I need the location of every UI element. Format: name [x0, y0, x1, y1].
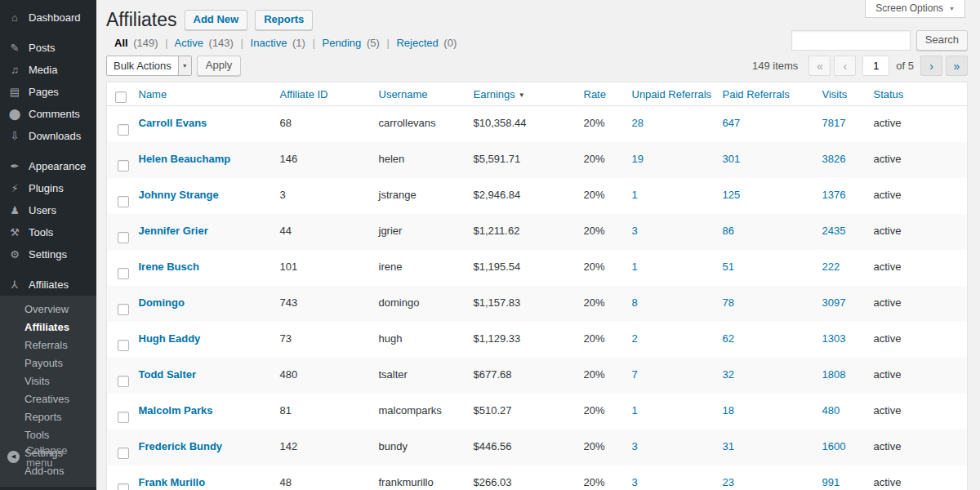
affiliate-name-link[interactable]: Carroll Evans [139, 117, 207, 129]
paid-referrals-link[interactable]: 62 [723, 332, 734, 345]
affiliate-name-link[interactable]: Frank Murillo [139, 476, 206, 488]
row-checkbox[interactable] [118, 448, 129, 459]
sidebar-item[interactable]: ♫ Media [0, 59, 96, 81]
bulk-actions-select[interactable]: Bulk Actions ▼ [106, 56, 192, 76]
column-header-unpaid-link[interactable]: Unpaid Referrals [632, 88, 712, 100]
column-header-username[interactable]: Username [372, 82, 466, 106]
visits-link[interactable]: 3826 [822, 153, 846, 165]
reports-button[interactable]: Reports [255, 10, 313, 30]
sidebar-item[interactable]: ✎ Posts [0, 37, 96, 59]
next-page-button[interactable]: › [920, 56, 942, 76]
row-checkbox[interactable] [118, 340, 129, 351]
column-header-username-link[interactable]: Username [379, 88, 428, 100]
column-header-visits-link[interactable]: Visits [822, 88, 848, 100]
affiliate-name-link[interactable]: Malcolm Parks [139, 404, 213, 416]
paid-referrals-link[interactable]: 18 [723, 404, 734, 416]
paid-referrals-link[interactable]: 125 [723, 189, 741, 201]
unpaid-referrals-link[interactable]: 3 [632, 440, 638, 452]
column-header-paid-referrals[interactable]: Paid Referrals [715, 82, 815, 106]
status-filter-link[interactable]: Active [175, 37, 203, 49]
unpaid-referrals-link[interactable]: 28 [632, 117, 644, 129]
paid-referrals-link[interactable]: 301 [723, 153, 741, 165]
column-header-unpaid-referrals[interactable]: Unpaid Referrals [625, 82, 715, 106]
sidebar-item[interactable]: ⚒ Tools [0, 221, 96, 243]
column-header-name[interactable]: Name [131, 82, 273, 106]
status-filter-link[interactable]: Rejected [396, 37, 438, 49]
status-filter-link[interactable]: All [114, 37, 128, 49]
sidebar-item[interactable]: ✒ Appearance [0, 155, 96, 177]
submenu-item[interactable]: Reports [0, 408, 96, 426]
unpaid-referrals-link[interactable]: 7 [632, 368, 638, 381]
visits-link[interactable]: 480 [822, 404, 840, 416]
visits-link[interactable]: 3097 [822, 296, 846, 309]
column-header-earnings[interactable]: Earnings▼ [466, 82, 577, 106]
column-header-visits[interactable]: Visits [815, 82, 866, 106]
visits-link[interactable]: 1376 [822, 189, 846, 201]
unpaid-referrals-link[interactable]: 1 [632, 261, 638, 273]
submenu-item[interactable]: Overview [0, 301, 96, 318]
collapse-menu-button[interactable]: ◀ Collapse menu [0, 444, 96, 469]
submenu-item[interactable]: Visits [0, 372, 96, 390]
affiliate-name-link[interactable]: Domingo [139, 296, 185, 309]
screen-options-button[interactable]: Screen Options ▼ [865, 0, 965, 18]
visits-link[interactable]: 991 [822, 476, 840, 488]
unpaid-referrals-link[interactable]: 8 [632, 296, 638, 309]
submenu-item[interactable]: Affiliates [0, 318, 96, 336]
submenu-item[interactable]: Referrals [0, 336, 96, 354]
sidebar-item[interactable]: ⚙ Settings [0, 243, 96, 265]
column-header-rate-link[interactable]: Rate [584, 88, 606, 100]
submenu-item[interactable]: Tools [0, 426, 96, 444]
column-header-id-link[interactable]: Affiliate ID [280, 88, 328, 100]
row-checkbox[interactable] [118, 376, 129, 387]
column-header-status-link[interactable]: Status [874, 88, 904, 100]
add-new-button[interactable]: Add New [185, 10, 248, 30]
column-header-earnings-link[interactable]: Earnings▼ [474, 88, 525, 100]
visits-link[interactable]: 2435 [822, 225, 846, 237]
current-page-input[interactable] [862, 56, 889, 76]
visits-link[interactable]: 1600 [822, 440, 846, 452]
affiliate-name-link[interactable]: Frederick Bundy [139, 440, 223, 452]
column-header-rate[interactable]: Rate [577, 82, 625, 106]
sidebar-item[interactable]: ⅄ Affiliates [0, 274, 96, 296]
unpaid-referrals-link[interactable]: 3 [632, 476, 638, 488]
unpaid-referrals-link[interactable]: 19 [632, 153, 644, 165]
affiliate-name-link[interactable]: Helen Beauchamp [139, 153, 231, 165]
unpaid-referrals-link[interactable]: 1 [632, 404, 638, 416]
unpaid-referrals-link[interactable]: 2 [632, 332, 638, 345]
row-checkbox[interactable] [118, 160, 129, 172]
visits-link[interactable]: 1303 [822, 332, 846, 345]
row-checkbox[interactable] [118, 196, 129, 207]
paid-referrals-link[interactable]: 32 [723, 368, 734, 381]
affiliate-name-link[interactable]: Johnny Strange [139, 189, 219, 201]
sidebar-item[interactable]: ♟ Users [0, 199, 96, 221]
row-checkbox[interactable] [118, 412, 129, 423]
row-checkbox[interactable] [118, 304, 129, 315]
sidebar-item[interactable]: ⬤ Comments [0, 103, 96, 125]
affiliate-name-link[interactable]: Jennifer Grier [139, 225, 208, 237]
column-header-name-link[interactable]: Name [139, 88, 167, 100]
row-checkbox[interactable] [118, 268, 129, 279]
affiliate-name-link[interactable]: Irene Busch [139, 261, 199, 273]
sidebar-item[interactable]: ⚡ Plugins [0, 177, 96, 199]
search-button[interactable]: Search [916, 30, 968, 51]
column-header-paid-link[interactable]: Paid Referrals [723, 88, 790, 100]
visits-link[interactable]: 222 [822, 261, 840, 273]
sidebar-item[interactable]: ⌂ Dashboard [0, 7, 96, 29]
unpaid-referrals-link[interactable]: 3 [632, 225, 638, 237]
column-header-affiliate-id[interactable]: Affiliate ID [273, 82, 372, 106]
affiliate-name-link[interactable]: Hugh Eaddy [139, 332, 201, 345]
column-header-status[interactable]: Status [866, 82, 968, 106]
last-page-button[interactable]: » [946, 56, 968, 76]
status-filter-link[interactable]: Inactive [251, 37, 287, 49]
paid-referrals-link[interactable]: 23 [723, 476, 734, 488]
submenu-item[interactable]: Payouts [0, 354, 96, 372]
paid-referrals-link[interactable]: 647 [723, 117, 741, 129]
row-checkbox[interactable] [118, 232, 129, 243]
unpaid-referrals-link[interactable]: 1 [632, 189, 638, 201]
paid-referrals-link[interactable]: 51 [723, 261, 734, 273]
paid-referrals-link[interactable]: 31 [723, 440, 734, 452]
paid-referrals-link[interactable]: 86 [723, 225, 734, 237]
paid-referrals-link[interactable]: 78 [723, 296, 734, 309]
status-filter-link[interactable]: Pending [323, 37, 362, 49]
search-input[interactable] [791, 30, 911, 51]
